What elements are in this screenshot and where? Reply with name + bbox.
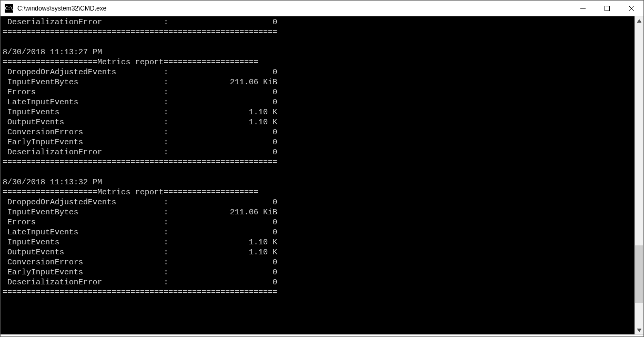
bottom-border — [1, 334, 643, 336]
vertical-scrollbar[interactable] — [635, 16, 643, 334]
close-button[interactable] — [619, 1, 643, 16]
scroll-thumb[interactable] — [635, 245, 643, 303]
titlebar[interactable]: C:\ C:\windows\system32\CMD.exe — [1, 1, 643, 16]
maximize-button[interactable] — [595, 1, 619, 16]
window-title: C:\windows\system32\CMD.exe — [16, 5, 571, 12]
terminal-output[interactable]: DeserializationError : 0 ===============… — [1, 16, 635, 334]
minimize-button[interactable] — [571, 1, 595, 16]
window-controls — [571, 1, 643, 16]
client-area: DeserializationError : 0 ===============… — [1, 16, 643, 334]
scroll-down-button[interactable] — [635, 325, 643, 334]
svg-rect-0 — [605, 6, 610, 11]
cmd-window: C:\ C:\windows\system32\CMD.exe Deserial… — [0, 0, 644, 337]
cmd-icon: C:\ — [5, 4, 13, 13]
scroll-up-button[interactable] — [635, 16, 643, 25]
